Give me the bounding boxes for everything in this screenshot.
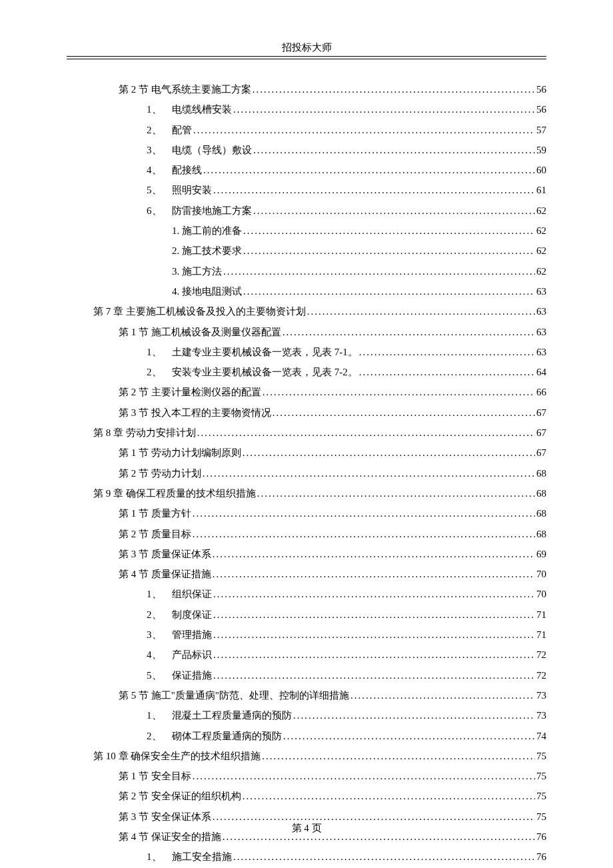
toc-page-number: 75 (536, 746, 546, 766)
toc-page-number: 68 (536, 503, 546, 523)
toc-label: 1、施工安全措施 (147, 847, 232, 867)
toc-label: 3. 施工方法 (172, 261, 222, 281)
toc-leader-dots (359, 362, 535, 382)
toc-entry: 3. 施工方法62 (67, 261, 546, 281)
toc-entry: 2、砌体工程质量通病的预防74 (67, 726, 546, 746)
toc-page-number: 67 (536, 423, 546, 443)
toc-item-number: 4、 (147, 160, 172, 180)
toc-page-number: 72 (536, 665, 546, 685)
toc-leader-dots (213, 665, 535, 685)
toc-page-number: 56 (536, 99, 546, 119)
toc-leader-dots (213, 605, 535, 625)
toc-entry: 3、电缆（导线）敷设59 (67, 140, 546, 160)
toc-entry: 第 3 节 投入本工程的主要物资情况67 (67, 403, 546, 423)
toc-entry: 1. 施工前的准备62 (67, 221, 546, 241)
toc-label: 2、配管 (147, 120, 192, 140)
toc-entry: 5、保证措施72 (67, 665, 546, 685)
toc-label: 第 5 节 施工"质量通病"防范、处理、控制的详细措施 (119, 685, 349, 705)
toc-leader-dots (233, 847, 535, 867)
toc-leader-dots (203, 160, 535, 180)
toc-label: 第 3 节 质量保证体系 (119, 544, 211, 564)
toc-label: 2、安装专业主要机械设备一览表，见表 7-2。 (147, 362, 358, 382)
toc-item-number: 4、 (147, 645, 172, 665)
toc-item-text: 配管 (172, 125, 192, 135)
toc-page-number: 60 (536, 160, 546, 180)
toc-item-text: 安装专业主要机械设备一览表，见表 7-2。 (172, 367, 358, 377)
toc-entry: 6、防雷接地施工方案62 (67, 201, 546, 221)
toc-page-number: 70 (536, 564, 546, 584)
toc-label: 3、电缆（导线）敷设 (147, 140, 252, 160)
toc-item-text: 制度保证 (172, 609, 212, 620)
toc-leader-dots (213, 645, 535, 665)
toc-page-number: 71 (536, 605, 546, 625)
toc-leader-dots (203, 463, 535, 483)
toc-item-text: 保证措施 (172, 670, 212, 681)
toc-leader-dots (233, 99, 535, 119)
toc-page-number: 74 (536, 726, 546, 746)
toc-item-number: 5、 (147, 665, 172, 685)
toc-label: 第 2 节 主要计量检测仪器的配置 (119, 382, 261, 402)
toc-leader-dots (350, 685, 535, 705)
toc-leader-dots (193, 766, 535, 786)
toc-page-number: 69 (536, 544, 546, 564)
toc-entry: 第 2 节 主要计量检测仪器的配置66 (67, 382, 546, 402)
toc-page-number: 76 (536, 847, 546, 867)
toc-page-number: 59 (536, 140, 546, 160)
toc-item-text: 照明安装 (172, 185, 212, 195)
toc-page-number: 62 (536, 261, 546, 281)
toc-page-number: 68 (536, 524, 546, 544)
toc-page-number: 62 (536, 241, 546, 261)
toc-page-number: 75 (536, 766, 546, 786)
toc-leader-dots (243, 281, 535, 301)
toc-item-number: 5、 (147, 180, 172, 200)
toc-page-number: 56 (536, 79, 546, 99)
toc-leader-dots (253, 79, 535, 99)
toc-entry: 4、产品标识72 (67, 645, 546, 665)
toc-entry: 第 2 节 劳动力计划68 (67, 463, 546, 483)
toc-label: 第 1 节 安全目标 (119, 766, 191, 786)
toc-leader-dots (223, 261, 535, 281)
toc-entry: 2、配管57 (67, 120, 546, 140)
toc-entry: 5、照明安装61 (67, 180, 546, 200)
toc-page-number: 70 (536, 584, 546, 604)
toc-entry: 第 8 章 劳动力安排计划67 (67, 423, 546, 443)
toc-label: 4. 接地电阻测试 (172, 281, 242, 301)
toc-leader-dots (213, 544, 535, 564)
toc-item-text: 土建专业主要机械设备一览表，见表 7-1。 (172, 347, 358, 357)
toc-page-number: 63 (536, 281, 546, 301)
toc-page-number: 67 (536, 443, 546, 463)
toc-page-number: 72 (536, 645, 546, 665)
toc-item-number: 1、 (147, 342, 172, 362)
toc-leader-dots (197, 423, 535, 443)
toc-page-number: 73 (536, 685, 546, 705)
toc-page-number: 63 (536, 301, 546, 321)
toc-label: 第 1 节 劳动力计划编制原则 (119, 443, 241, 463)
toc-item-text: 组织保证 (172, 589, 212, 599)
toc-page-number: 61 (536, 180, 546, 200)
toc-item-text: 电缆（导线）敷设 (172, 145, 252, 155)
toc-page-number: 63 (536, 322, 546, 342)
table-of-contents: 第 2 节 电气系统主要施工方案561、电缆线槽安装562、配管573、电缆（导… (67, 79, 546, 868)
toc-entry: 4、配接线60 (67, 160, 546, 180)
toc-entry: 1、土建专业主要机械设备一览表，见表 7-1。63 (67, 342, 546, 362)
toc-leader-dots (243, 241, 535, 261)
toc-label: 第 3 节 投入本工程的主要物资情况 (119, 403, 271, 423)
toc-label: 5、保证措施 (147, 665, 212, 685)
toc-label: 2、制度保证 (147, 605, 212, 625)
toc-leader-dots (283, 322, 535, 342)
toc-label: 第 1 节 施工机械设备及测量仪器配置 (119, 322, 281, 342)
toc-entry: 第 10 章 确保安全生产的技术组织措施75 (67, 746, 546, 766)
toc-item-text: 配接线 (172, 165, 202, 175)
header-title: 招投标大师 (282, 42, 332, 53)
toc-entry: 第 4 节 质量保证措施70 (67, 564, 546, 584)
toc-page-number: 68 (536, 483, 546, 503)
toc-page-number: 64 (536, 362, 546, 382)
toc-entry: 4. 接地电阻测试63 (67, 281, 546, 301)
toc-entry: 2. 施工技术要求62 (67, 241, 546, 261)
toc-page-number: 67 (536, 403, 546, 423)
toc-entry: 第 2 节 电气系统主要施工方案56 (67, 79, 546, 99)
toc-page-number: 73 (536, 705, 546, 725)
toc-entry: 第 1 节 质量方针68 (67, 503, 546, 523)
toc-leader-dots (263, 382, 535, 402)
toc-label: 1. 施工前的准备 (172, 221, 242, 241)
